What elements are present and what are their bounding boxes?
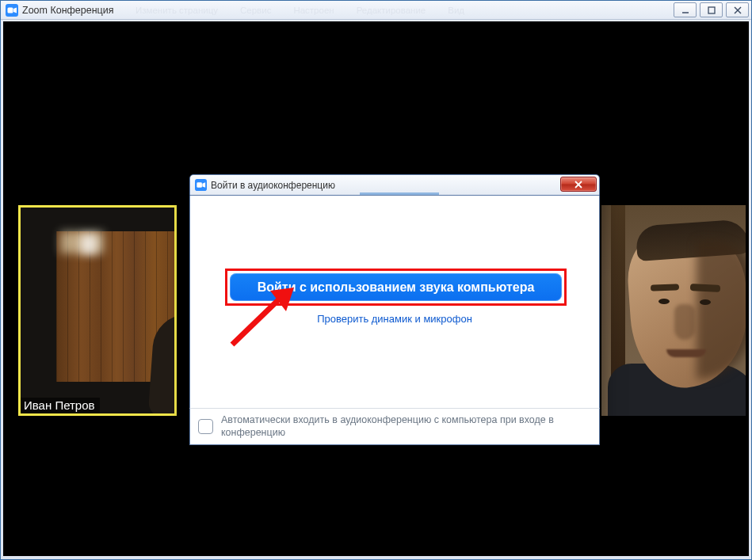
dialog-title: Войти в аудиоконференцию [211, 180, 335, 191]
svg-rect-1 [8, 7, 13, 13]
dialog-close-button[interactable] [560, 177, 597, 192]
app-title: Zoom Конференция [22, 5, 114, 16]
auto-join-audio-checkbox[interactable] [198, 419, 213, 434]
close-button[interactable] [726, 2, 749, 17]
window-controls [674, 2, 749, 17]
test-speaker-mic-link[interactable]: Проверить динамик и микрофон [190, 313, 599, 325]
join-with-computer-audio-button[interactable]: Войти с использованием звука компьютера [230, 273, 562, 301]
dialog-body: Войти с использованием звука компьютера … [189, 196, 600, 408]
self-preview-tile[interactable] [601, 205, 746, 416]
dialog-footer: Автоматически входить в аудиоконференцию… [189, 408, 600, 445]
titlebar-menu-ghost: Изменить страницу Сервис Настроен Редакт… [136, 1, 464, 19]
svg-rect-7 [197, 182, 202, 188]
main-window: Zoom Конференция Изменить страницу Серви… [0, 0, 752, 560]
active-speaker-tile[interactable]: Иван Петров [18, 205, 177, 416]
participant-name-label: Иван Петров [21, 398, 100, 413]
join-audio-dialog: Войти в аудиоконференцию Войти с использ… [189, 174, 600, 442]
maximize-button[interactable] [700, 2, 723, 17]
svg-rect-3 [708, 7, 715, 13]
auto-join-audio-label: Автоматически входить в аудиоконференцию… [221, 414, 586, 439]
minimize-button[interactable] [674, 2, 697, 17]
titlebar[interactable]: Zoom Конференция Изменить страницу Серви… [1, 1, 751, 20]
video-thumbnail [21, 208, 174, 413]
dialog-titlebar[interactable]: Войти в аудиоконференцию [189, 174, 600, 196]
zoom-camera-icon [195, 179, 207, 191]
annotation-highlight-box: Войти с использованием звука компьютера [225, 269, 567, 306]
video-thumbnail [601, 205, 746, 416]
zoom-camera-icon [6, 4, 18, 17]
close-icon [574, 180, 583, 189]
dialog-progress-indicator [360, 192, 439, 195]
